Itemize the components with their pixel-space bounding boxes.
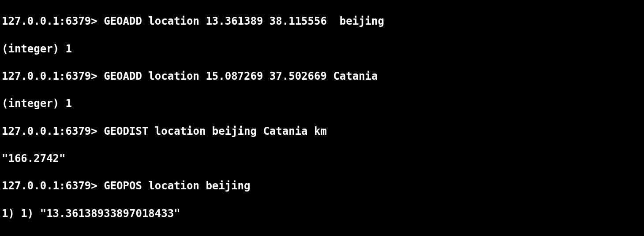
prompt: 127.0.0.1:6379> [2, 125, 104, 137]
prompt: 127.0.0.1:6379> [2, 180, 104, 192]
prompt: 127.0.0.1:6379> [2, 70, 104, 82]
command-output: "166.2742" [2, 152, 66, 165]
terminal-line: 127.0.0.1:6379> GEODIST location beijing… [2, 125, 642, 138]
terminal-line: 127.0.0.1:6379> GEOADD location 13.36138… [2, 15, 642, 28]
command-input: GEOADD location 13.361389 38.115556 beij… [104, 15, 384, 27]
terminal-line: 127.0.0.1:6379> GEOPOS location beijing [2, 179, 642, 193]
command-input: GEOPOS location beijing [104, 180, 250, 192]
terminal-line: "166.2742" [2, 152, 642, 166]
terminal-output[interactable]: 127.0.0.1:6379> GEOADD location 13.36138… [2, 1, 642, 236]
terminal-line: (integer) 1 [2, 42, 642, 56]
command-output: (integer) 1 [2, 43, 72, 55]
terminal-line: (integer) 1 [2, 97, 642, 111]
command-input: GEODIST location beijing Catania km [104, 125, 327, 137]
command-output: 1) 1) "13.36138933897018433" [2, 207, 180, 220]
command-input: GEOADD location 15.087269 37.502669 Cata… [104, 70, 378, 82]
prompt: 127.0.0.1:6379> [2, 15, 104, 27]
command-output: (integer) 1 [2, 97, 72, 110]
terminal-line: 2) "38.11555639549629859" [2, 234, 642, 236]
terminal-line: 1) 1) "13.36138933897018433" [2, 207, 642, 221]
terminal-line: 127.0.0.1:6379> GEOADD location 15.08726… [2, 70, 642, 83]
